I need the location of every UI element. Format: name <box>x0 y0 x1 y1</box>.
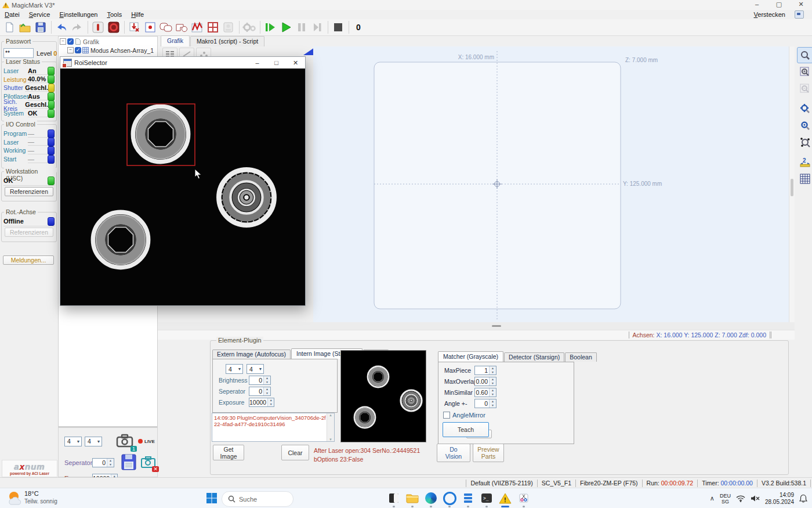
zoom-out-window-button[interactable] <box>797 81 812 97</box>
laser-standby-button[interactable] <box>90 20 106 35</box>
meldungen-button[interactable]: Meldungen... <box>3 255 54 265</box>
camera-capture-button[interactable]: 1 <box>116 434 133 449</box>
do-vision-button[interactable]: Do Vision <box>437 444 470 462</box>
seperator-spinner[interactable]: 0▲▼ <box>249 387 271 396</box>
verstecken-icon[interactable] <box>795 10 804 19</box>
redo-button[interactable] <box>70 20 85 35</box>
cam-grid-cols-dropdown[interactable]: 4▼ <box>64 437 82 446</box>
volume-muted-icon[interactable] <box>751 495 760 502</box>
quick-mark-button[interactable] <box>190 20 205 35</box>
open-file-button[interactable] <box>17 20 32 35</box>
teach-button[interactable]: Teach <box>443 422 489 437</box>
clock-widget[interactable]: 14:0928.05.2024 <box>765 492 794 506</box>
canvas-vertical-scrollbar[interactable] <box>789 46 795 322</box>
tree-node-grafik[interactable]: − ✓ Grafik <box>59 38 157 45</box>
roi-maximize-button[interactable]: □ <box>267 57 286 69</box>
roi-close-button[interactable]: ✕ <box>286 57 305 69</box>
undo-button[interactable] <box>54 20 69 35</box>
maxoverlap-spinner[interactable]: 0.00▲▼ <box>474 377 496 386</box>
weather-widget[interactable]: 18°C Teilw. sonnig <box>6 490 57 505</box>
roiselector-titlebar[interactable]: RoiSelector – □ ✕ <box>60 57 305 69</box>
marking-canvas[interactable]: X: 16.000 mm Z: 7.000 mm Y: 125.000 mm <box>313 46 789 322</box>
plugin-log-box[interactable]: 14:09:30 PlugInComputerVision_340706de-2… <box>212 413 335 442</box>
menu-verstecken[interactable]: Verstecken <box>754 11 785 18</box>
workstation-referenzieren-button[interactable]: Referenzieren <box>5 187 53 196</box>
shape-outline-tool[interactable] <box>174 20 189 35</box>
settings-gears-button[interactable] <box>242 20 257 35</box>
preview-parts-button[interactable]: Preview Parts <box>473 444 504 462</box>
menu-service[interactable]: Service <box>29 11 50 18</box>
log-scrollbar[interactable]: ▲▼ <box>327 413 334 441</box>
checkbox-checked-icon[interactable]: ✓ <box>75 47 81 53</box>
menu-tools[interactable]: Tools <box>107 11 122 18</box>
run-stop-button[interactable] <box>331 20 346 35</box>
zoom-pan-button[interactable] <box>797 100 812 117</box>
tray-chevron-icon[interactable]: ∧ <box>710 495 715 502</box>
language-indicator[interactable]: DEUSG <box>720 493 731 505</box>
angle-spinner[interactable]: 0▲▼ <box>474 399 496 408</box>
run-skip-button[interactable] <box>310 20 325 35</box>
cam-grid-rows-dropdown[interactable]: 4▼ <box>85 437 102 446</box>
splitter-grip[interactable] <box>492 325 501 327</box>
taskbar-icon-edge[interactable] <box>423 491 438 506</box>
checkbox-checked-icon[interactable]: ✓ <box>67 38 74 45</box>
taskbar-search[interactable]: Suche <box>222 491 293 507</box>
exposure-spinner[interactable]: 10000▲▼ <box>249 398 274 407</box>
minsimilar-spinner[interactable]: 0.60▲▼ <box>474 388 496 397</box>
save-button[interactable] <box>33 20 48 35</box>
run-pause-button[interactable] <box>294 20 309 35</box>
notification-bell-icon[interactable] <box>799 494 807 503</box>
tab-extern-image[interactable]: Extern Image (Autofocus) <box>212 350 291 359</box>
run-single-button[interactable] <box>263 20 278 35</box>
save-image-icon[interactable] <box>121 454 136 471</box>
menu-einstellungen[interactable]: Einstellungen <box>59 11 97 18</box>
rot-achse-referenzieren-button[interactable]: Referenzieren <box>5 228 53 237</box>
expander-icon[interactable]: − <box>60 38 66 45</box>
get-image-button[interactable]: Get Image <box>213 445 244 460</box>
zoom-fit-button[interactable] <box>797 47 812 63</box>
taskbar-icon-magicmark[interactable]: ! <box>498 491 513 506</box>
emergency-stop-button[interactable] <box>106 20 121 35</box>
taskbar-icon-notes[interactable] <box>386 491 401 506</box>
clear-button[interactable]: Clear <box>281 445 309 460</box>
run-start-button[interactable] <box>278 20 293 35</box>
grid-rows-dropdown[interactable]: 4▼ <box>246 364 264 374</box>
taskbar-icon-terminal[interactable]: >_ <box>479 491 494 506</box>
roi-camera-image[interactable] <box>60 69 305 305</box>
card-button[interactable] <box>221 20 236 35</box>
splitter-strip[interactable] <box>158 322 795 330</box>
tab-makro1[interactable]: Makro1 (script) - Script <box>190 36 264 46</box>
taskbar-icon-browser-ring[interactable] <box>442 491 457 506</box>
scrollbar-thumb[interactable] <box>791 179 793 196</box>
wifi-icon[interactable] <box>736 495 745 502</box>
grid-toggle-button[interactable] <box>797 171 812 187</box>
shape-fill-tool[interactable] <box>158 20 173 35</box>
camera-delete-button[interactable]: ✕ <box>141 456 156 470</box>
window-maximize-button[interactable]: ▢ <box>768 0 790 10</box>
expander-icon[interactable]: − <box>67 47 74 53</box>
taskbar-icon-stack[interactable] <box>461 491 476 506</box>
zoom-window-button[interactable] <box>797 64 812 80</box>
grid-cols-dropdown[interactable]: 4▼ <box>226 364 243 374</box>
grid-array-button[interactable] <box>205 20 220 35</box>
roiselector-window[interactable]: RoiSelector – □ ✕ <box>60 56 306 306</box>
window-minimize-button[interactable]: – <box>746 0 768 10</box>
window-close-button[interactable]: ✕ <box>790 0 812 10</box>
angle-mirror-checkbox[interactable] <box>443 412 450 419</box>
tab-grafik[interactable]: Grafik <box>161 35 190 46</box>
laser-pointer-button[interactable] <box>143 20 158 35</box>
start-button[interactable] <box>204 491 219 506</box>
tab-matcher[interactable]: Matcher (Grayscale) <box>438 351 503 362</box>
tree-node-achsen-array[interactable]: − ✓ Modus Achsen-Array_1 <box>66 46 157 54</box>
mark-position-button[interactable] <box>127 20 142 35</box>
cam-seperator-spinner[interactable]: 0▲▼ <box>92 458 114 467</box>
taskbar-icon-snipping[interactable] <box>516 491 531 506</box>
roi-minimize-button[interactable]: – <box>248 57 267 69</box>
zoom-dynamic-button[interactable] <box>797 117 812 134</box>
maxpiece-spinner[interactable]: 1▲▼ <box>474 366 496 375</box>
tab-boolean[interactable]: Boolean <box>565 352 597 362</box>
new-file-button[interactable] <box>2 20 17 35</box>
passwort-input[interactable] <box>3 48 34 58</box>
tab-detector[interactable]: Detector (Starsign) <box>504 352 564 362</box>
menu-datei[interactable]: Datei <box>5 11 20 18</box>
